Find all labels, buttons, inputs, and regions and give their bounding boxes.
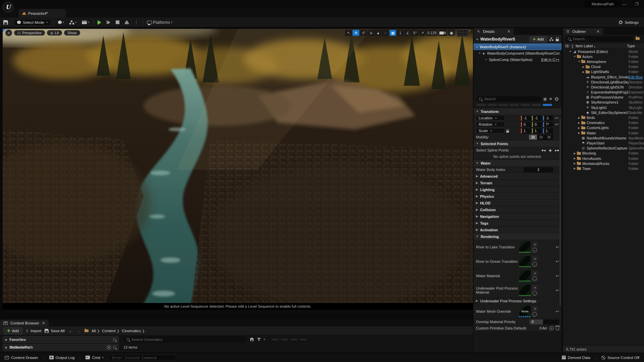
location-dropdown[interactable]: Location▾ (476, 115, 505, 121)
details-section-header[interactable]: ▶Physics (474, 193, 561, 199)
cb-save-all-button[interactable]: Save All (44, 328, 65, 333)
outliner-row[interactable]: ◉ SkyAtmosphere1 SkyAtmo (563, 100, 644, 105)
grid-snap-toggle[interactable]: ▦ (389, 30, 396, 36)
search-icon[interactable] (113, 346, 116, 349)
derived-data-button[interactable]: Derived Data (560, 356, 592, 360)
material-thumbnail[interactable] (519, 284, 531, 296)
mobility-stationary-button[interactable]: St (537, 135, 545, 140)
details-section-header[interactable]: ▶Lighting (474, 186, 561, 193)
mesh-thumbnail[interactable]: None (519, 305, 531, 317)
pin-column-icon[interactable] (572, 45, 573, 46)
viewport-menu-icon[interactable]: ≡ (5, 29, 12, 36)
asset-search[interactable] (123, 336, 247, 343)
outliner-row[interactable]: ▼ Atmosphere Folder (563, 59, 644, 64)
scale-z-field[interactable]: 1. (543, 128, 553, 133)
use-selected-asset-icon[interactable]: ← (532, 291, 537, 296)
stop-button[interactable] (114, 20, 121, 25)
details-category-pill[interactable] (543, 104, 552, 106)
details-section-header[interactable]: ▶Collision (474, 206, 561, 213)
outliner-row[interactable]: ▶ Blocking Folder (563, 151, 644, 156)
expand-arrow-icon[interactable]: ▶ (582, 65, 585, 68)
outliner-row[interactable]: ▦ PostProcessVolume PostProc (563, 95, 644, 100)
cb-add-button[interactable]: ✛Add (3, 327, 22, 334)
component-row-spline[interactable]: ~ SplineComp (WaterSpline) Edit in C++ (474, 56, 561, 63)
cb-import-button[interactable]: ⇩Import (25, 328, 41, 333)
outliner-row[interactable]: ▶ Cloud Folder (563, 64, 644, 69)
reset-icon[interactable]: ↩ (556, 274, 559, 278)
favorites-star-icon[interactable]: ★ (549, 97, 552, 101)
outliner-row[interactable]: ▦ NavMeshBoundsVolume NavMesh (563, 135, 644, 140)
outliner-row[interactable]: ▶ CustomLights Folder (563, 125, 644, 130)
chevron-down-icon[interactable]: ▾ (264, 338, 265, 341)
save-icon[interactable] (3, 20, 8, 25)
expand-arrow-icon[interactable]: ▶ (577, 131, 581, 134)
reset-rotation-icon[interactable]: ↩ (554, 122, 559, 127)
breadcrumb-item[interactable]: All (92, 329, 96, 333)
save-search-icon[interactable] (250, 338, 254, 341)
details-section-header[interactable]: ▶Tags (474, 220, 561, 226)
outliner-search-input[interactable] (573, 37, 631, 41)
expand-arrow-icon[interactable]: ▶ (573, 162, 577, 165)
menu-item[interactable] (34, 3, 41, 5)
expand-arrow-icon[interactable]: ▼ (569, 50, 572, 53)
details-search[interactable] (476, 96, 541, 102)
add-collection-icon[interactable]: + (107, 345, 111, 350)
section-water[interactable]: ▼Water (474, 160, 561, 166)
tab-content-browser[interactable]: Content Browser ✕ (0, 320, 49, 326)
material-thumbnail[interactable] (519, 241, 531, 253)
details-category-pill[interactable] (498, 104, 508, 106)
outliner-search[interactable] (565, 36, 634, 42)
display-options-icon[interactable]: ▦ (543, 97, 547, 101)
restore-button[interactable]: ❐ (633, 1, 641, 7)
platforms-button[interactable]: Platforms ▾ (146, 19, 174, 25)
mobility-movable-button[interactable]: M (545, 135, 553, 140)
tab-outliner[interactable]: ☰ Outliner ✕ (563, 28, 603, 35)
component-row-root[interactable]: ≈ WaterBodyRiver5 (Instance) (474, 44, 561, 50)
use-selected-asset-icon[interactable]: ← (532, 312, 537, 317)
favorites-bar[interactable]: ▶ Favorites (3, 336, 119, 343)
filter-icon[interactable] (257, 338, 261, 341)
asset-dropdown-icon[interactable]: ▾ (532, 242, 538, 247)
section-rendering[interactable]: ▼Rendering (474, 233, 561, 240)
overlap-priority-field[interactable]: 0 (530, 319, 559, 324)
expand-arrow-icon[interactable]: ▶ (573, 152, 577, 155)
location-z-field[interactable]: -1 (543, 116, 553, 121)
expand-arrow-icon[interactable]: ▶ (573, 157, 577, 160)
scale-y-field[interactable]: 1. (532, 128, 542, 133)
filter-chip[interactable] (300, 339, 307, 340)
use-selected-asset-icon[interactable]: ← (532, 248, 537, 252)
frame-skip-button[interactable] (105, 20, 112, 25)
close-icon[interactable]: ✕ (42, 321, 45, 325)
edit-in-cpp-link[interactable]: Edit in C++ (541, 58, 559, 62)
expand-arrow-icon[interactable]: ▼ (577, 60, 581, 63)
outliner-row[interactable]: ▶ Montains&Rocks Folder (563, 161, 644, 166)
forward-button[interactable]: → (76, 328, 82, 334)
grid-snap-value[interactable]: 1 (397, 30, 404, 36)
details-section-header[interactable]: ▶Activation (474, 226, 561, 233)
outliner-row[interactable]: ▶ Water Folder (563, 130, 644, 135)
content-drawer-button[interactable]: Content Drawer (3, 356, 40, 360)
type-column[interactable]: Type (627, 44, 642, 48)
scale-snap-toggle[interactable]: ↗ (419, 30, 426, 36)
asset-dropdown-icon[interactable]: ▾ (532, 306, 538, 311)
select-tool-button[interactable]: ↖ (345, 30, 352, 36)
new-folder-button[interactable] (636, 36, 642, 42)
collections-bar[interactable]: ▶ Collections MedievalPath + (3, 344, 119, 351)
rotation-snap-value[interactable]: 5° (412, 30, 418, 36)
section-selected-points[interactable]: ▼Selected Points (474, 140, 561, 147)
search-icon[interactable] (113, 338, 116, 341)
expand-arrow-icon[interactable]: ▼ (573, 55, 577, 58)
outliner-row[interactable]: ◎ SphereReflectionCapture SphereRe (563, 146, 644, 151)
cmd-button[interactable]: >_Cmd▾ (84, 356, 105, 360)
perspective-button[interactable]: ◳Perspective (14, 30, 45, 36)
material-thumbnail[interactable] (519, 270, 531, 282)
location-y-field[interactable]: -1 (532, 116, 542, 121)
add-actor-button[interactable]: ▾ (57, 20, 65, 25)
blueprint-edit-icon[interactable] (549, 38, 553, 41)
filter-chip[interactable] (290, 339, 297, 340)
mobility-static-button[interactable]: St (529, 135, 537, 140)
select-mode-button[interactable]: Select Mode ▾ (14, 19, 51, 26)
outliner-row[interactable]: ▼ Actors Folder (563, 54, 644, 59)
output-log-button[interactable]: ≋Output Log (47, 356, 77, 360)
settings-button[interactable]: Settings (619, 20, 641, 24)
